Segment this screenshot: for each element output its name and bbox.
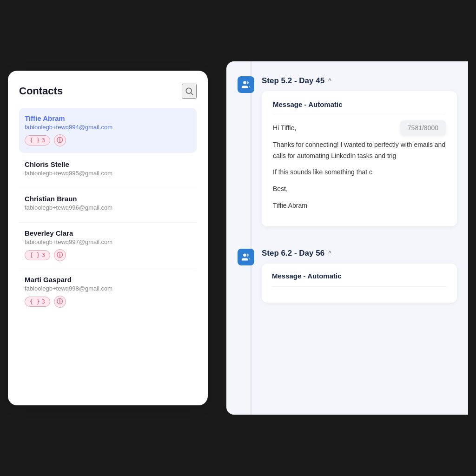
step-chevron-2[interactable]: ^ xyxy=(328,250,331,257)
contact-email: fabioolegb+tewq995@gmail.com xyxy=(25,170,191,177)
contact-item[interactable]: Christian Braun fabioolegb+tewq996@gmail… xyxy=(19,188,197,221)
contact-email: fabioolegb+tewq996@gmail.com xyxy=(25,204,191,211)
search-icon xyxy=(185,86,194,96)
message-card-title-1: Message - Automatic xyxy=(273,100,446,115)
message-line-5: Tiffie Abram xyxy=(273,200,446,212)
step-title-2: Step 6.2 - Day 56 xyxy=(262,249,324,258)
step-header-1: Step 5.2 - Day 45 ^ xyxy=(262,76,457,86)
info-badge[interactable]: ⓘ xyxy=(54,296,66,308)
contact-email: fabioolegb+tewq994@gmail.com xyxy=(25,124,191,131)
users-icon xyxy=(241,80,251,89)
contact-item[interactable]: Beverley Clara fabioolegb+tewq997@gmail.… xyxy=(19,222,197,268)
contact-name: Chloris Stelle xyxy=(25,160,191,168)
step-title-1: Step 5.2 - Day 45 xyxy=(262,76,324,86)
char-counter: 7581/8000 xyxy=(400,120,446,135)
message-line-3: If this sounds like something that c xyxy=(273,167,446,178)
step-content-1: Step 5.2 - Day 45 ^ Message - Automatic … xyxy=(262,76,457,226)
contacts-header: Contacts xyxy=(19,84,197,99)
info-badge[interactable]: ⓘ xyxy=(54,134,66,146)
svg-line-1 xyxy=(191,93,193,95)
message-card-1: Message - Automatic Hi Tiffie, Thanks fo… xyxy=(262,91,457,226)
step-section-1: Step 5.2 - Day 45 ^ Message - Automatic … xyxy=(238,76,457,226)
contact-name: Marti Gaspard xyxy=(25,276,191,284)
svg-point-3 xyxy=(243,253,246,257)
code-badge[interactable]: { } 3 xyxy=(25,135,50,145)
contact-name: Beverley Clara xyxy=(25,229,191,237)
step-icon-2 xyxy=(238,249,254,265)
code-badge[interactable]: { } 3 xyxy=(25,250,50,260)
svg-point-2 xyxy=(243,81,246,85)
contact-name: Tiffie Abram xyxy=(25,114,191,122)
contacts-panel: Contacts Tiffie Abram fabioolegb+tewq994… xyxy=(8,71,208,405)
svg-point-0 xyxy=(186,88,192,93)
step-icon-1 xyxy=(238,76,254,93)
step-section-2: Step 6.2 - Day 56 ^ Message - Automatic xyxy=(238,249,457,303)
steps-panel: Step 5.2 - Day 45 ^ Message - Automatic … xyxy=(226,61,468,415)
message-line-2: Thanks for connecting! I wanted to perfe… xyxy=(273,139,446,162)
contact-item[interactable]: Marti Gaspard fabioolegb+tewq998@gmail.c… xyxy=(19,269,197,314)
contact-badges: { } 3 ⓘ xyxy=(25,134,191,146)
step-chevron-1[interactable]: ^ xyxy=(328,77,331,85)
message-body-1: Hi Tiffie, Thanks for connecting! I want… xyxy=(273,123,446,212)
step-header-2: Step 6.2 - Day 56 ^ xyxy=(262,249,457,258)
contact-badges: { } 3 ⓘ xyxy=(25,249,191,261)
users-icon-2 xyxy=(241,252,251,262)
contact-name: Christian Braun xyxy=(25,195,191,203)
steps-inner: Step 5.2 - Day 45 ^ Message - Automatic … xyxy=(226,61,468,415)
contact-email: fabioolegb+tewq997@gmail.com xyxy=(25,238,191,245)
search-button[interactable] xyxy=(182,84,197,99)
contact-email: fabioolegb+tewq998@gmail.com xyxy=(25,285,191,292)
contact-item[interactable]: Chloris Stelle fabioolegb+tewq995@gmail.… xyxy=(19,154,197,187)
info-badge[interactable]: ⓘ xyxy=(54,249,66,261)
contacts-title: Contacts xyxy=(19,85,63,97)
code-badge[interactable]: { } 3 xyxy=(25,297,50,307)
message-card-2: Message - Automatic xyxy=(262,264,457,303)
step-content-2: Step 6.2 - Day 56 ^ Message - Automatic xyxy=(262,249,457,303)
contact-item[interactable]: Tiffie Abram fabioolegb+tewq994@gmail.co… xyxy=(19,108,197,153)
contact-badges: { } 3 ⓘ xyxy=(25,296,191,308)
message-card-title-2: Message - Automatic xyxy=(272,272,447,287)
message-line-4: Best, xyxy=(273,184,446,195)
